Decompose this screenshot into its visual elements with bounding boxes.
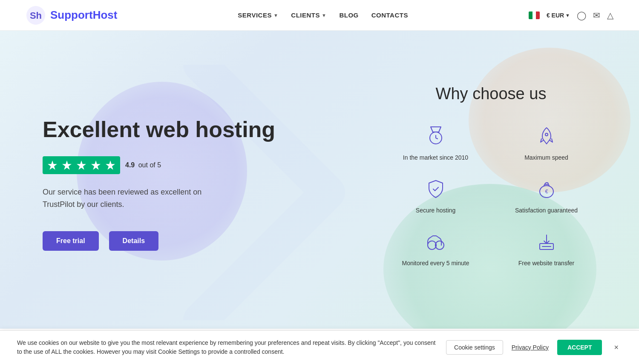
feature-market: In the market since 2010: [389, 123, 483, 161]
logo-text: SupportHost: [50, 9, 117, 22]
transfer-icon: [534, 229, 559, 255]
star-1: [46, 159, 59, 172]
binoculars-icon: [423, 229, 449, 255]
hero-title: Excellent web hosting: [43, 117, 326, 143]
star-3: [75, 159, 88, 172]
nav-services[interactable]: SERVICES ▼: [238, 11, 278, 19]
hero-left: Excellent web hosting: [0, 31, 351, 329]
svg-text:€: €: [545, 189, 548, 195]
money-bag-icon: €: [534, 176, 559, 202]
language-flag[interactable]: [529, 11, 540, 19]
feature-speed: Maximum speed: [500, 123, 593, 161]
svg-text:Sh: Sh: [30, 10, 42, 21]
feature-transfer-label: Free website transfer: [518, 260, 575, 267]
chevron-down-icon: ▼: [273, 13, 278, 18]
feature-secure: Secure hosting: [389, 176, 483, 214]
currency-selector[interactable]: € EUR ▼: [547, 12, 570, 19]
chevron-down-icon: ▼: [565, 13, 570, 18]
user-icon[interactable]: ◯: [577, 10, 586, 20]
nav-clients[interactable]: CLIENTS ▼: [291, 11, 326, 19]
feature-monitor: Monitored every 5 minute: [389, 229, 483, 267]
stars-row: 4.9 out of 5: [43, 156, 326, 174]
rocket-icon: [534, 123, 559, 149]
chevron-down-icon: ▼: [322, 13, 326, 18]
hero-buttons: Free trial Details: [43, 231, 326, 251]
why-title: Why choose us: [436, 85, 547, 103]
feature-satisfaction: € Satisfaction guaranteed: [500, 176, 593, 214]
hero-description: Our service has been reviewed as excelle…: [43, 186, 247, 211]
cart-icon[interactable]: △: [607, 10, 613, 20]
nav-links: SERVICES ▼ CLIENTS ▼ BLOG CONTACTS: [238, 11, 408, 19]
star-4: [89, 159, 102, 172]
svg-point-3: [545, 133, 548, 136]
logo[interactable]: Sh SupportHost: [26, 5, 117, 26]
hero-content: Excellent web hosting: [0, 31, 639, 329]
feature-secure-label: Secure hosting: [416, 207, 455, 214]
feature-monitor-label: Monitored every 5 minute: [402, 260, 469, 267]
free-trial-button[interactable]: Free trial: [43, 231, 99, 251]
rating-text: 4.9 out of 5: [125, 161, 161, 169]
navbar: Sh SupportHost SERVICES ▼ CLIENTS ▼ BLOG…: [0, 0, 639, 31]
star-5: [104, 159, 117, 172]
trustpilot-stars: [43, 156, 120, 174]
feature-transfer: Free website transfer: [500, 229, 593, 267]
shield-icon: [423, 176, 449, 202]
star-2: [60, 159, 73, 172]
mail-icon[interactable]: ✉: [593, 10, 600, 20]
medal-icon: [423, 123, 449, 149]
features-grid: In the market since 2010 Maximum speed: [389, 123, 593, 267]
nav-right: € EUR ▼ ◯ ✉ △: [529, 10, 613, 20]
feature-market-label: In the market since 2010: [403, 154, 468, 161]
feature-speed-label: Maximum speed: [524, 154, 568, 161]
hero-right: Why choose us In the market since 2010: [351, 31, 639, 329]
nav-blog[interactable]: BLOG: [339, 11, 358, 19]
details-button[interactable]: Details: [109, 231, 158, 251]
nav-contacts[interactable]: CONTACTS: [371, 11, 408, 19]
feature-satisfaction-label: Satisfaction guaranteed: [515, 207, 578, 214]
hero-section: Excellent web hosting: [0, 31, 639, 329]
